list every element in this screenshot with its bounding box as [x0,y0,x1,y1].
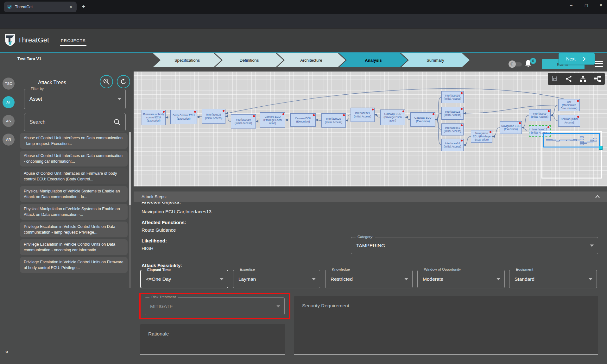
attack-tree-list-item[interactable]: Abuse of Control Unit Interfaces on Data… [20,133,128,149]
feasibility-label: Knowledge [330,267,352,271]
app-menu-icon[interactable] [595,61,603,67]
search-analysis-icon [103,78,110,85]
expand-rail-button[interactable]: » [5,348,9,355]
window-minimize-button[interactable]: – [570,3,572,8]
minimap-node [587,141,590,142]
workflow-step-architecture[interactable]: Architecture [277,53,345,67]
nav-projects[interactable]: PROJECTS [61,38,86,43]
rail-item-ar[interactable]: AR [3,134,15,146]
feasibility-select-expertise[interactable]: ExpertiseLayman [233,270,320,288]
affected-functions-label: Affected Functions: [142,220,186,225]
browser-tab[interactable]: ThreatGet ✕ [4,2,77,12]
dropdown-arrow-icon [496,278,500,280]
tab-close-icon[interactable]: ✕ [68,5,73,9]
dropdown-arrow-icon [312,278,316,280]
dark-mode-toggle[interactable]: ☾ [509,60,522,68]
dropdown-arrow-icon [404,278,408,280]
diagram-node-navEx[interactable]: Navigation ECU (Execution) [500,121,522,134]
brand-name: ThreatGet [18,36,49,44]
diagram-node-camPE[interactable]: Camera ECU (Privilege Escal ation) [260,112,285,128]
minimap-resize-handle[interactable] [599,146,603,150]
header-accent-divider [0,52,607,53]
diagram-node-cellular[interactable]: Cellular (Initial Access) [558,115,580,127]
diagram-node-camEx[interactable]: Camera ECU (Execution) [290,113,316,127]
threat-marker-dot [402,110,404,112]
workflow-step-analysis[interactable]: Analysis [339,53,408,67]
attack-tree-list-item[interactable]: Privilege Escalation in Vehicle Control … [20,222,128,237]
workflow-step-summary[interactable]: Summary [401,53,470,67]
diagram-node-bodyctl[interactable]: Body Control ECU (Execution) [170,110,197,124]
attack-steps-header[interactable]: Attack Steps: [134,191,607,202]
diagram-node-gwPE[interactable]: Gateway ECU (Privilege Escal ation) [380,110,405,125]
filter-by-value: Asset [29,96,42,102]
window-maximize-button[interactable]: ▢ [585,3,588,8]
affected-objects-value: Navigation ECU,Car,Interfaces13 [142,209,212,214]
minimap-viewport[interactable] [543,133,600,147]
feasibility-select-knowledge[interactable]: KnowledgeRestricted [325,270,413,288]
collapse-panel-icon[interactable] [595,195,600,198]
diagram-node-if16[interactable]: Interfaces16 (Initial Access) [441,91,464,103]
sidebar-search[interactable] [24,113,126,131]
likelihood-value: HIGH [142,246,154,251]
minimap[interactable] [541,131,602,179]
search-input[interactable] [29,113,109,131]
diagram-node-if22[interactable]: Interfaces22 (Initial Access) [441,107,464,120]
reset-view-button[interactable] [117,75,130,88]
diagram-node-if30[interactable]: Interfaces30 (Initial Access) [231,114,256,129]
attack-tree-canvas[interactable]: Firmware of body control ECU (Execution)… [134,72,607,186]
attack-tree-list-item[interactable]: Physical Manipulation of Vehicle Systems… [20,186,128,202]
sidebar-scrollbar[interactable] [129,132,131,288]
threat-marker-dot [519,122,521,124]
filter-by-select[interactable]: Filter by Asset [24,89,126,109]
attack-tree-list-item[interactable]: Privilege Escalation in Vehicle Control … [20,257,128,273]
layout-vertical-button[interactable] [579,75,587,83]
minimap-node [573,139,577,141]
dropdown-arrow-icon [590,245,594,247]
feasibility-select-window-of-opportunity[interactable]: Window of OpportunityModerate [417,270,505,288]
feasibility-value: Moderate [423,276,443,282]
category-label: Category: [356,235,375,239]
minimap-node [566,140,570,141]
diagram-node-firmware[interactable]: Firmware of body control ECU (Execution) [142,110,166,125]
project-name: Test Tara V1 [17,56,41,61]
diagram-node-if21[interactable]: Interfaces21 (Initial Access) [351,108,375,122]
attack-tree-list-item[interactable]: Abuse of Control Unit Interfaces on Firm… [20,168,128,184]
new-tab-button[interactable]: + [82,3,85,10]
risk-treatment-select[interactable]: Risk Treatment MITIGATE [145,297,285,315]
attack-tree-list-item[interactable]: Privilege Escalation in Vehicle Control … [20,239,128,255]
rationale-textarea[interactable]: Rationale [140,324,285,355]
diagram-node-if26[interactable]: Interfaces26 (Initial Access) [202,109,225,124]
threat-marker-dot [282,113,284,115]
layout-horizontal-button[interactable] [594,75,601,83]
security-requirement-textarea[interactable]: Security Requirement [294,296,598,355]
diagram-node-navPE[interactable]: Navigation ECU (Privilege Escal ation) [471,130,492,143]
window-close-button[interactable]: ✕ [599,3,603,8]
share-tree-button[interactable] [565,75,572,82]
rail-item-at[interactable]: AT [3,96,15,108]
diagram-node-if29[interactable]: Interfaces29 (Initial Access) [321,113,346,128]
diagram-node-if9[interactable]: Interfaces9 (Initial Access) [529,109,551,121]
workflow-step-definitions[interactable]: Definitions [215,53,283,67]
save-button[interactable] [551,75,558,82]
attack-tree-list-item[interactable]: Physical Manipulation of Vehicle Systems… [20,204,128,220]
scrollbar-thumb[interactable] [129,132,131,205]
minimap-node [553,139,556,141]
feasibility-label: Equipment [514,267,535,271]
diagram-node-car[interactable]: Car (Manipulate Envi ronment) [558,99,580,111]
diagram-node-gwEx[interactable]: Gateway ECU (Execution) [410,112,435,127]
feasibility-select-equipment[interactable]: EquipmentStandard [509,270,597,288]
category-select[interactable]: Category: TAMPERING [351,237,598,254]
diagram-node-if14[interactable]: Interfaces14 (Initial Access) [441,139,464,151]
rail-item-tsc[interactable]: TSC [3,78,15,90]
workflow-step-specifications[interactable]: Specifications [153,53,221,67]
threat-marker-dot [577,100,579,102]
next-button[interactable]: Next [559,53,595,65]
threat-marker-dot [490,131,491,133]
threat-marker-dot [253,115,255,117]
tree-analysis-button[interactable] [100,75,113,88]
attack-tree-list-item[interactable]: Abuse of Control Unit Interfaces on Data… [20,151,128,166]
diagram-node-if41[interactable]: Interfaces41 (Initial Access) [441,123,464,135]
rail-item-as[interactable]: AS [3,115,15,127]
feasibility-select-elapsed-time[interactable]: Elapsed Time<=One Day [140,270,228,288]
notifications-button[interactable]: 0 [524,59,537,70]
